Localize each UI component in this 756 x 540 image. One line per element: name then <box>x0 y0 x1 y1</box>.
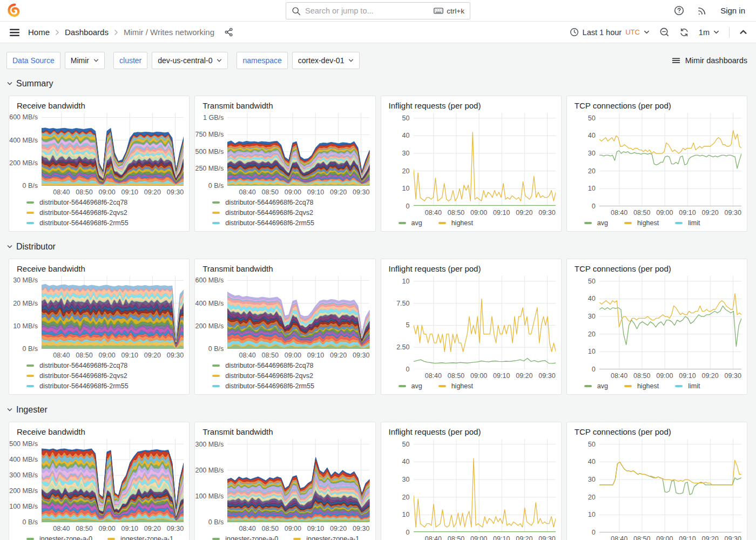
y-axis-tick-label: 20 <box>402 494 410 501</box>
chart-canvas[interactable] <box>599 276 741 369</box>
variable-value-datasource[interactable]: Mimir <box>65 52 105 69</box>
legend-item[interactable]: ingester-zone-a-0 <box>26 535 107 540</box>
x-axis-tick-label: 09:10 <box>679 209 696 217</box>
y-axis-tick-label: 400 MB/s <box>9 456 38 463</box>
x-axis-tick-label: 09:00 <box>470 535 487 540</box>
variable-label-datasource: Data Source <box>6 52 60 69</box>
x-axis-tick-label: 09:10 <box>493 372 510 380</box>
y-axis-tick-label: 2.50 <box>396 343 409 351</box>
legend-label: distributor-56446968f6-2cq78 <box>225 199 313 206</box>
legend-item[interactable]: distributor-56446968f6-2qvs2 <box>212 372 369 380</box>
legend-item[interactable]: highest <box>438 382 473 390</box>
variable-value-namespace[interactable]: cortex-dev-01 <box>292 52 360 69</box>
chart-canvas[interactable] <box>227 439 369 522</box>
row-header-ingester[interactable]: Ingester <box>6 403 747 416</box>
panel-title[interactable]: TCP connections (per pod) <box>575 427 741 436</box>
legend-item[interactable]: distributor-56446968f6-2cq78 <box>212 199 369 206</box>
y-axis-tick-label: 600 MB/s <box>195 276 224 284</box>
legend-item[interactable]: avg <box>584 382 608 390</box>
legend-item[interactable]: distributor-56446968f6-2qvs2 <box>26 372 184 380</box>
legend-item[interactable]: limit <box>675 219 700 227</box>
chevron-right-icon <box>113 29 119 36</box>
x-axis-tick-label: 09:30 <box>725 372 741 380</box>
zoom-out-icon[interactable] <box>659 27 670 37</box>
chevron-down-icon <box>6 407 13 413</box>
legend-item[interactable]: limit <box>675 382 700 390</box>
breadcrumb-home[interactable]: Home <box>28 28 50 37</box>
panel-title[interactable]: TCP connections (per pod) <box>575 264 741 273</box>
x-axis-tick-label: 09:00 <box>470 372 487 380</box>
legend-item[interactable]: distributor-56446968f6-2cq78 <box>26 362 184 369</box>
x-axis-tick-label: 09:00 <box>285 525 301 532</box>
legend-item[interactable]: avg <box>399 219 422 227</box>
help-icon[interactable] <box>674 5 684 16</box>
legend-label: distributor-56446968f6-2rm55 <box>39 219 129 227</box>
panel-title[interactable]: TCP connections (per pod) <box>575 101 741 110</box>
legend-item[interactable]: ingester-zone-a-1 <box>107 535 188 540</box>
panel-title[interactable]: Inflight requests (per pod) <box>389 101 556 110</box>
panel-title[interactable]: Inflight requests (per pod) <box>389 427 556 436</box>
share-icon[interactable] <box>224 28 233 37</box>
legend-item[interactable]: distributor-56446968f6-2cq78 <box>26 199 184 206</box>
grafana-logo-icon[interactable] <box>8 3 22 18</box>
legend-item[interactable]: ingester-zone-a-0 <box>212 535 293 540</box>
x-axis-tick-label: 09:00 <box>656 372 673 380</box>
y-axis-tick-label: 10 <box>588 185 596 192</box>
legend-item[interactable]: distributor-56446968f6-2rm55 <box>26 382 184 390</box>
panel-title[interactable]: Transmit bandwidth <box>202 264 369 273</box>
chart-canvas[interactable] <box>414 276 556 369</box>
legend-label: distributor-56446968f6-2qvs2 <box>225 372 313 380</box>
mimir-dashboards-button[interactable]: Mimir dashboards <box>671 52 747 69</box>
panel-title[interactable]: Inflight requests (per pod) <box>389 264 556 273</box>
refresh-interval-picker[interactable]: 1m <box>699 28 719 37</box>
legend-item[interactable]: distributor-56446968f6-2rm55 <box>212 382 369 390</box>
panel-inflight-requests-per-pod-: Inflight requests (per pod)5040302010008… <box>381 422 562 540</box>
legend-item[interactable]: highest <box>624 219 659 227</box>
chart-canvas[interactable] <box>42 113 184 186</box>
chart-canvas[interactable] <box>599 113 741 206</box>
y-axis-tick-label: 10 <box>402 185 410 192</box>
news-rss-icon[interactable] <box>697 5 707 16</box>
menu-icon[interactable] <box>9 26 21 38</box>
variable-value-cluster[interactable]: dev-us-central-0 <box>152 52 228 69</box>
legend-item[interactable]: highest <box>624 382 659 390</box>
legend-item[interactable]: distributor-56446968f6-2rm55 <box>26 219 184 227</box>
legend-item[interactable]: avg <box>584 219 608 227</box>
time-range-picker[interactable]: Last 1 hour UTC <box>570 28 650 37</box>
y-axis-tick-label: 200 MB/s <box>9 159 38 167</box>
chart-canvas[interactable] <box>414 113 556 206</box>
panel-row-summary: Receive bandwidth600 MB/s400 MB/s200 MB/… <box>9 96 747 232</box>
legend-item[interactable]: ingester-zone-a-1 <box>293 535 374 540</box>
panel-title[interactable]: Transmit bandwidth <box>202 427 369 436</box>
panel-title[interactable]: Receive bandwidth <box>17 101 184 110</box>
panel-title[interactable]: Transmit bandwidth <box>202 101 369 110</box>
legend-item[interactable]: distributor-56446968f6-2rm55 <box>212 219 369 227</box>
breadcrumb-dashboards[interactable]: Dashboards <box>65 28 109 37</box>
chart-canvas[interactable] <box>42 439 184 522</box>
legend-swatch <box>584 385 592 387</box>
collapse-toolbar-button[interactable] <box>739 28 747 36</box>
chart-canvas[interactable] <box>227 113 369 186</box>
chart-canvas[interactable] <box>599 439 741 532</box>
chart-canvas[interactable] <box>414 439 556 532</box>
panel-title[interactable]: Receive bandwidth <box>17 427 184 436</box>
legend-item[interactable]: avg <box>399 382 422 390</box>
chart-canvas[interactable] <box>227 276 369 349</box>
chart-canvas[interactable] <box>42 276 184 349</box>
row-header-distributor[interactable]: Distributor <box>6 240 747 253</box>
clock-icon <box>570 28 579 37</box>
legend-item[interactable]: distributor-56446968f6-2qvs2 <box>212 209 369 217</box>
row-header-summary[interactable]: Summary <box>6 77 747 90</box>
legend-item[interactable]: distributor-56446968f6-2qvs2 <box>26 209 184 217</box>
y-axis-tick-label: 5 <box>406 321 410 329</box>
legend-item[interactable]: highest <box>438 219 473 227</box>
legend: avghighest <box>399 382 556 390</box>
x-axis-tick-label: 09:30 <box>725 209 741 217</box>
legend-item[interactable]: distributor-56446968f6-2cq78 <box>212 362 369 369</box>
panel-title[interactable]: Receive bandwidth <box>17 264 184 273</box>
search-input[interactable]: Search or jump to... ctrl+k <box>286 2 470 19</box>
legend-swatch <box>438 385 446 387</box>
sign-in-link[interactable]: Sign in <box>720 6 745 15</box>
refresh-icon[interactable] <box>679 28 689 37</box>
x-axis-tick-label: 09:00 <box>98 525 115 532</box>
